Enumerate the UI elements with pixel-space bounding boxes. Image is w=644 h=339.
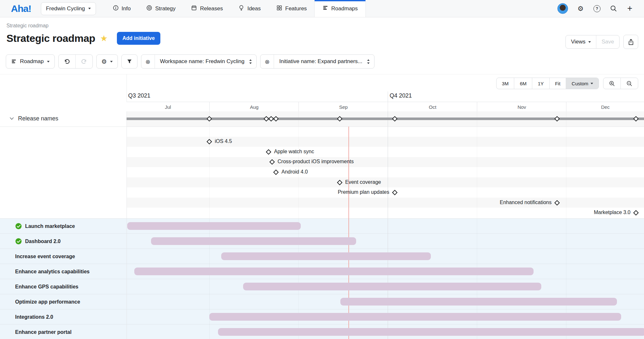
quarter-label: Q4 2021 xyxy=(390,92,412,99)
filter-funnel-icon xyxy=(127,59,132,64)
milestone-label: Enhanced notifications xyxy=(500,200,552,205)
initiative-bar[interactable] xyxy=(127,222,301,230)
zoom-in-icon xyxy=(609,80,615,87)
favorite-star-icon[interactable]: ★ xyxy=(100,34,108,42)
initiative-row-header[interactable]: Optimize app performance xyxy=(15,294,80,309)
zoom-option-3m[interactable]: 3M xyxy=(497,78,514,89)
page: Strategic roadmap Strategic roadmap ★ Ad… xyxy=(0,17,644,339)
release-timeline-bar xyxy=(127,118,644,120)
initiative-bar[interactable] xyxy=(218,328,644,336)
nav-tab-label: Ideas xyxy=(247,5,261,12)
zoom-option-label: 1Y xyxy=(538,81,544,86)
initiative-row-header[interactable]: Increase event coverage xyxy=(15,249,75,264)
nav-tab-strategy[interactable]: Strategy xyxy=(138,0,183,17)
help-icon[interactable]: ? xyxy=(593,5,601,13)
nav-tab-roadmaps[interactable]: Roadmaps xyxy=(315,0,365,17)
initiative-label: Optimize app performance xyxy=(15,299,80,305)
nav-tab-label: Info xyxy=(122,5,131,12)
initiative-bar[interactable] xyxy=(340,298,617,306)
release-names-row-header[interactable]: Release names xyxy=(10,115,58,122)
release-band-divider xyxy=(0,127,644,127)
redo-icon xyxy=(81,58,87,65)
month-label: Oct xyxy=(429,104,436,110)
nav-tab-label: Releases xyxy=(200,5,223,12)
filter-chip-label: Workspace name: Fredwin Cycling xyxy=(155,58,248,65)
initiative-label: Enhance GPS capabilities xyxy=(15,284,79,290)
initiative-row-header[interactable]: Integrations 2.0 xyxy=(15,309,53,325)
milestone-label: Android 4.0 xyxy=(281,169,308,175)
milestone-label: Event coverage xyxy=(345,179,381,185)
release-track-label: Release names xyxy=(18,115,58,122)
redo-button[interactable] xyxy=(75,55,92,68)
add-plus-icon[interactable]: + xyxy=(626,5,634,13)
filter-chip-0[interactable]: ⊗Workspace name: Fredwin Cycling xyxy=(141,54,257,69)
month-cell: Nov xyxy=(477,102,566,112)
zoom-out-icon xyxy=(626,80,632,87)
initiative-row[interactable] xyxy=(0,219,644,234)
view-type-selector[interactable]: Roadmap xyxy=(6,54,55,69)
share-export-button[interactable] xyxy=(623,35,638,49)
initiative-bar[interactable] xyxy=(221,252,431,260)
nav-tab-label: Features xyxy=(285,5,307,12)
zoom-option-6m[interactable]: 6M xyxy=(514,78,532,89)
month-label: Aug xyxy=(250,104,259,110)
add-initiative-button[interactable]: Add initiative xyxy=(117,32,160,45)
filter-button[interactable] xyxy=(121,54,137,69)
stepper-icon[interactable] xyxy=(366,59,374,64)
workspace-selector[interactable]: Fredwin Cycling xyxy=(41,2,96,15)
month-cell: Dec xyxy=(566,102,644,112)
view-type-label: Roadmap xyxy=(20,58,44,65)
zoom-option-label: Fit xyxy=(555,81,561,86)
stepper-icon[interactable] xyxy=(248,59,256,64)
initiative-row-header[interactable]: Enhance analytics capabilities xyxy=(15,264,90,279)
zoom-option-label: 6M xyxy=(520,81,526,86)
roadmap-toolbar: Roadmap ⚙ xyxy=(6,54,374,69)
zoom-out-button[interactable] xyxy=(620,78,638,89)
header-actions: Views Save xyxy=(565,35,638,49)
quarter-label: Q3 2021 xyxy=(128,92,150,99)
initiative-bar[interactable] xyxy=(243,283,541,290)
save-button[interactable]: Save xyxy=(596,35,619,48)
filter-chip-1[interactable]: ⊗Initiative name: Expand partners... xyxy=(260,54,374,69)
zoom-option-custom[interactable]: Custom xyxy=(566,78,599,89)
zoom-option-1y[interactable]: 1Y xyxy=(532,78,549,89)
chart-settings-button[interactable]: ⚙ xyxy=(96,54,118,69)
milestone-label: Premium plan updates xyxy=(338,189,389,195)
initiative-bar[interactable] xyxy=(134,268,534,275)
initiative-row-header[interactable]: Enhance GPS capabilities xyxy=(15,279,79,294)
roadmap-icon xyxy=(11,59,17,64)
initiative-bar[interactable] xyxy=(209,313,621,321)
undo-button[interactable] xyxy=(59,55,75,68)
zoom-in-button[interactable] xyxy=(603,78,620,89)
nav-tab-ideas[interactable]: Ideas xyxy=(231,0,269,17)
roadmaps-icon xyxy=(322,5,328,13)
month-cell: Jul xyxy=(127,102,209,112)
chart-top-divider xyxy=(0,74,644,74)
remove-filter-icon[interactable]: ⊗ xyxy=(141,55,155,68)
user-avatar[interactable] xyxy=(557,3,568,14)
page-title: Strategic roadmap xyxy=(6,33,95,44)
quarter-divider xyxy=(388,91,388,102)
initiative-row-header[interactable]: Enhance partner portal xyxy=(15,325,71,339)
initiative-row-header[interactable]: Launch marketplace xyxy=(15,219,75,234)
views-button[interactable]: Views xyxy=(566,35,596,48)
zoom-option-fit[interactable]: Fit xyxy=(549,78,566,89)
info-icon xyxy=(113,5,119,13)
nav-tab-label: Strategy xyxy=(155,5,175,12)
nav-tab-features[interactable]: Features xyxy=(269,0,315,17)
filter-chips: ⊗Workspace name: Fredwin Cycling⊗Initiat… xyxy=(141,54,375,69)
initiative-row-header[interactable]: Dashboard 2.0 xyxy=(15,234,61,249)
zoom-range-segment: 3M6M1YFitCustom xyxy=(496,78,599,89)
nav-tab-releases[interactable]: Releases xyxy=(183,0,231,17)
nav-tab-info[interactable]: Info xyxy=(105,0,138,17)
search-icon[interactable] xyxy=(610,5,617,13)
remove-filter-icon[interactable]: ⊗ xyxy=(260,55,274,68)
zoom-buttons xyxy=(603,78,638,89)
share-export-icon xyxy=(628,39,634,45)
initiative-bar[interactable] xyxy=(151,237,356,245)
aha-logo[interactable]: Aha! xyxy=(11,3,31,14)
settings-gear-icon[interactable]: ⚙ xyxy=(577,5,584,13)
top-nav: Aha! Fredwin Cycling InfoStrategyRelease… xyxy=(0,0,644,17)
milestone-label: Apple watch sync xyxy=(274,149,314,155)
workspace-selector-label: Fredwin Cycling xyxy=(46,5,85,12)
